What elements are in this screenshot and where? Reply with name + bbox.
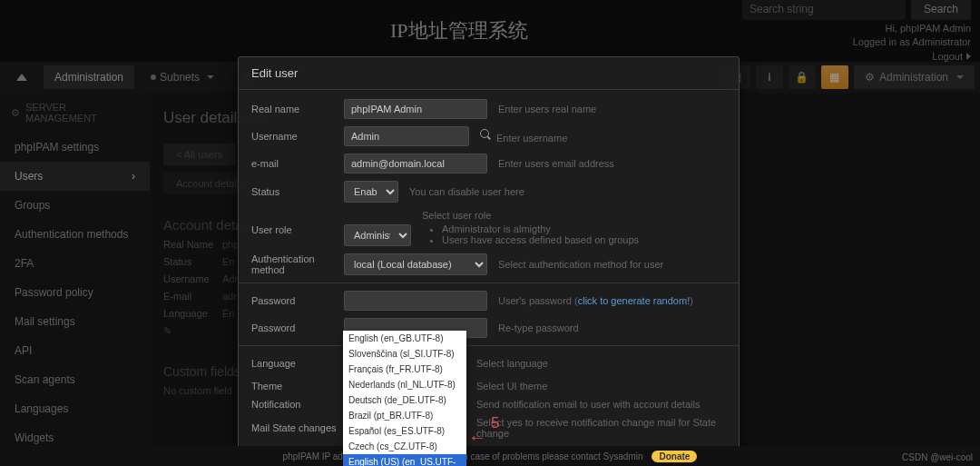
label-theme: Theme [251, 381, 344, 392]
select-auth-method[interactable]: local (Local database) [344, 253, 487, 275]
watermark: CSDN @wei-cool [902, 452, 973, 462]
lang-option[interactable]: Deutsch (de_DE.UTF-8) [343, 392, 466, 408]
hint-user-role: Select user role Administrator is almigt… [422, 210, 726, 245]
hint-email: Enter users email address [498, 158, 726, 169]
hint-theme: Select UI theme [476, 381, 726, 392]
label-email: e-mail [251, 158, 344, 169]
label-password1: Password [251, 295, 344, 306]
lang-option[interactable]: English (en_GB.UTF-8) [343, 331, 466, 346]
label-mail-state: Mail State changes [251, 422, 344, 433]
lang-option[interactable]: Slovenščina (sl_SI.UTF-8) [343, 346, 466, 362]
input-email[interactable] [344, 154, 487, 174]
hint-status: You can disable user here [409, 186, 726, 197]
hint-auth: Select authentication method for user [498, 259, 726, 270]
select-user-role[interactable]: Administrator [344, 224, 411, 246]
annotation-number: 5 [491, 414, 499, 432]
hint-password1: User's password (click to generate rando… [498, 295, 726, 306]
lang-option[interactable]: Nederlands (nl_NL.UTF-8) [343, 377, 466, 392]
lang-option[interactable]: Czech (cs_CZ.UTF-8) [343, 439, 466, 454]
select-status[interactable]: Enabled [344, 181, 398, 203]
annotation-arrow: ← [468, 427, 486, 448]
input-username[interactable] [344, 126, 469, 146]
lang-option[interactable]: Brazil (pt_BR.UTF-8) [343, 408, 466, 423]
label-real-name: Real name [251, 104, 344, 114]
lang-option[interactable]: Français (fr_FR.UTF-8) [343, 362, 466, 377]
label-username: Username [251, 131, 344, 142]
link-generate-password[interactable]: click to generate random! [578, 295, 691, 306]
hint-language: Select language [476, 358, 726, 369]
search-icon [480, 129, 493, 142]
label-auth-method: Authentication method [251, 253, 344, 275]
label-user-role: User role [251, 210, 344, 235]
input-real-name[interactable] [344, 99, 487, 119]
hint-password2: Re-type password [498, 322, 726, 333]
lang-option-selected[interactable]: English (US) (en_US.UTF-8) [343, 454, 466, 466]
lang-option[interactable]: Español (es_ES.UTF-8) [343, 423, 466, 439]
input-password1[interactable] [344, 291, 487, 311]
label-language: Language [251, 358, 344, 369]
label-notification: Notification [251, 399, 344, 410]
hint-username: Enter username [480, 129, 726, 144]
footer: phpIPAM IP address management [v1.4.7] |… [0, 446, 980, 466]
hint-notification: Send notification email to user with acc… [476, 399, 726, 410]
label-status: Status [251, 186, 344, 197]
language-dropdown: English (en_GB.UTF-8) Slovenščina (sl_SI… [343, 331, 466, 466]
modal-title: Edit user [239, 57, 739, 90]
donate-button[interactable]: Donate [652, 451, 697, 462]
hint-real-name: Enter users real name [498, 104, 726, 114]
label-password2: Password [251, 322, 344, 333]
hint-mail-state: Select yes to receive notification chang… [476, 417, 726, 439]
edit-user-modal: Edit user Real name Enter users real nam… [238, 56, 740, 466]
